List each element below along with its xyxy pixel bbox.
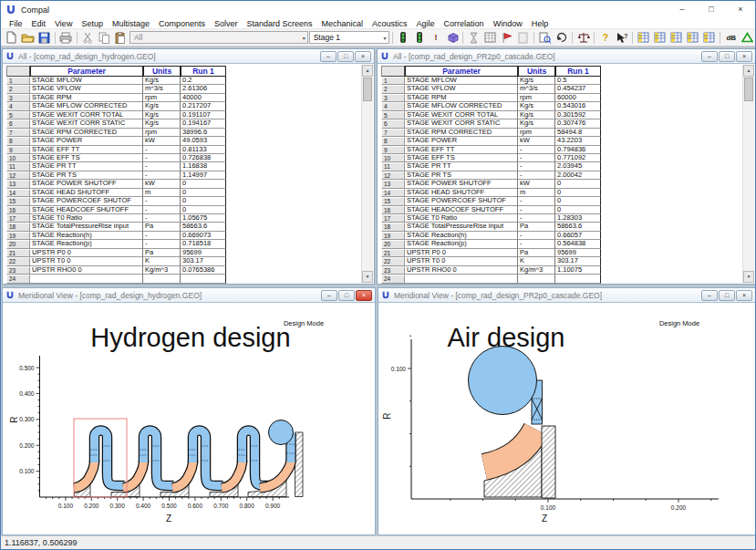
cell[interactable]: rpm [143, 94, 181, 102]
cell[interactable]: STAGE T0 Ratio [30, 214, 143, 223]
cell[interactable]: STAGE MFLOW [405, 77, 518, 85]
table-scrollbar[interactable]: ▲ ▼ [742, 65, 754, 283]
cell[interactable]: rpm [518, 94, 555, 102]
undo-icon[interactable] [554, 30, 569, 45]
cell[interactable]: Kg/s [143, 111, 181, 119]
row-number-cell[interactable]: 21 [381, 249, 405, 257]
cell[interactable]: m [143, 189, 181, 197]
row-number-cell[interactable]: 4 [6, 102, 30, 110]
cell[interactable] [143, 275, 181, 283]
cell[interactable]: 0.564838 [555, 240, 601, 248]
row-number-cell[interactable]: 13 [381, 180, 405, 188]
cell[interactable]: 0 [181, 206, 226, 214]
cell[interactable]: STAGE POWERCOEF SHUTOF [405, 197, 518, 205]
menu-help[interactable]: Help [527, 18, 554, 29]
cell[interactable] [405, 275, 518, 283]
cell[interactable]: STAGE HEAD SHUTOFF [405, 189, 518, 197]
row-number-cell[interactable]: 20 [6, 240, 30, 248]
row-number-cell[interactable]: 8 [381, 137, 405, 145]
cell[interactable]: 0 [555, 206, 601, 214]
stage-sheet-icon-1[interactable] [636, 30, 651, 45]
child-close-button[interactable]: × [356, 290, 372, 301]
cell[interactable]: 1.10075 [555, 266, 601, 275]
cell[interactable]: 0 [555, 189, 601, 197]
cell[interactable]: 0 [555, 197, 601, 205]
run-all-icon[interactable] [412, 30, 428, 45]
cell[interactable]: 0.669073 [181, 232, 226, 240]
table-window-hydrogen-titlebar[interactable]: All - [comp_rad_design_hydrogen.GEO] – □… [3, 49, 374, 64]
row-number-cell[interactable]: 7 [6, 129, 30, 137]
stage-sheet-icon-2[interactable] [652, 30, 668, 45]
cell[interactable]: STAGE EFF TS [405, 154, 518, 162]
cell[interactable]: STAGE VFLOW [30, 85, 143, 93]
row-number-cell[interactable]: 5 [6, 111, 30, 119]
cell[interactable]: STAGE WEXIT CORR TOTAL [405, 111, 518, 119]
table-icon[interactable] [482, 30, 498, 45]
cell[interactable]: STAGE POWER SHUTOFF [405, 180, 518, 188]
row-number-cell[interactable]: 2 [6, 85, 30, 93]
row-number-cell[interactable]: 12 [381, 171, 405, 180]
cell[interactable]: kW [143, 137, 181, 145]
row-number-cell[interactable]: 13 [6, 180, 30, 188]
paste-icon[interactable] [113, 30, 129, 45]
cell[interactable]: Kg/s [518, 119, 555, 128]
row-number-cell[interactable]: 11 [6, 162, 30, 171]
cell[interactable]: STAGE EFF TT [30, 146, 143, 154]
menu-mechanical[interactable]: Mechanical [317, 18, 368, 29]
cell[interactable]: STAGE HEADCOEF SHUTOFF [30, 206, 143, 214]
cell[interactable]: Pa [518, 249, 555, 257]
menu-setup[interactable]: Setup [77, 18, 108, 29]
row-number-cell[interactable]: 14 [381, 189, 405, 197]
cell[interactable]: UPSTR T0 0 [405, 257, 518, 265]
cell[interactable]: STAGE WEXIT CORR TOTAL [30, 111, 143, 119]
row-number-cell[interactable]: 23 [6, 266, 30, 275]
scrollbar-thumb[interactable] [744, 78, 753, 101]
cell[interactable]: rpm [518, 129, 555, 137]
cell[interactable]: Pa [143, 249, 181, 257]
meridional-air-titlebar[interactable]: Meridional View - [comp_rad_design_PR2p0… [378, 288, 755, 303]
cell[interactable]: STAGE WEXIT CORR STATIC [30, 119, 143, 128]
row-number-cell[interactable]: 22 [381, 257, 405, 265]
cell[interactable]: STAGE RPM [30, 94, 143, 102]
cell[interactable]: - [143, 171, 181, 180]
cell[interactable]: K [143, 257, 181, 265]
row-number-cell[interactable]: 1 [381, 77, 405, 85]
cell[interactable]: STAGE Reaction(p) [30, 240, 143, 248]
stage-select[interactable]: Stage 1▾ [309, 31, 389, 44]
report-icon[interactable] [515, 30, 531, 45]
cell[interactable]: 0.81133 [181, 146, 226, 154]
cell[interactable]: 38996.6 [181, 129, 226, 137]
cell[interactable]: Kg/s [143, 102, 181, 110]
flag-icon[interactable] [499, 30, 514, 45]
cell[interactable]: 0.2 [181, 77, 226, 85]
cell[interactable]: 0.194167 [181, 119, 226, 128]
cell[interactable]: 0 [181, 197, 226, 205]
acoustics-icon[interactable] [740, 30, 755, 45]
cell[interactable]: Kg/s [143, 77, 181, 85]
cell[interactable]: - [143, 146, 181, 154]
cell[interactable]: 1.05675 [181, 214, 226, 223]
cell[interactable]: - [518, 214, 555, 223]
cell[interactable]: Kg/s [518, 102, 555, 110]
print-preview-icon[interactable] [537, 30, 553, 45]
row-number-cell[interactable]: 7 [381, 129, 405, 137]
row-number-cell[interactable]: 23 [381, 266, 405, 275]
row-number-cell[interactable]: 10 [381, 154, 405, 162]
cell[interactable]: STAGE MFLOW [30, 77, 143, 85]
row-number-cell[interactable]: 19 [6, 232, 30, 240]
menu-components[interactable]: Components [154, 18, 210, 29]
cell[interactable]: Kg/m^3 [143, 266, 181, 275]
row-number-cell[interactable]: 24 [6, 275, 30, 283]
cell[interactable]: UPSTR RHO0 0 [30, 266, 143, 275]
cell[interactable]: STAGE Reaction(p) [405, 240, 518, 248]
row-number-cell[interactable]: 4 [381, 102, 405, 110]
cell[interactable]: 2.03945 [555, 162, 601, 171]
cell[interactable]: STAGE Reaction(h) [30, 232, 143, 240]
child-restore-button[interactable]: □ [719, 51, 735, 62]
print-icon[interactable] [58, 30, 74, 45]
cube3d-icon[interactable] [444, 30, 460, 45]
child-close-button[interactable]: × [736, 51, 752, 62]
child-minimize-button[interactable]: – [320, 51, 337, 62]
cell[interactable]: STAGE MFLOW CORRECTED [30, 102, 143, 110]
row-number-cell[interactable]: 15 [6, 197, 30, 205]
